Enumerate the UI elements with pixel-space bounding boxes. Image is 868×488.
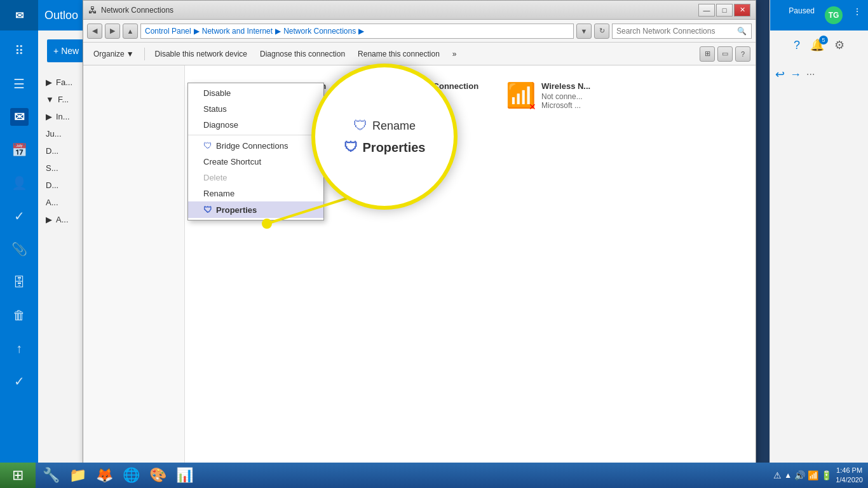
mag-rename-label: Rename [372, 119, 416, 133]
more-button[interactable]: » [447, 46, 462, 62]
more-actions-icon[interactable]: ··· [806, 69, 815, 80]
notification-badge: 5 [819, 36, 828, 44]
clock[interactable]: 1:46 PM 1/4/2020 [836, 466, 863, 485]
disable-button[interactable]: Disable this network device [150, 46, 252, 62]
maximize-button[interactable]: □ [716, 4, 733, 17]
diagnose-button[interactable]: Diagnose this connection [255, 46, 350, 62]
minimize-button[interactable]: — [698, 4, 715, 17]
avatar[interactable]: TG [825, 6, 843, 24]
paused-label: Paused [789, 6, 815, 24]
forward-button[interactable]: ▶ [105, 24, 120, 39]
ctx-bridge-label: Bridge Connections [216, 141, 288, 151]
back-arrow-icon[interactable]: ↩ [775, 67, 785, 81]
network-item-wn[interactable]: 📶 ✕ Wireless N... Not conne... Microsoft… [500, 76, 640, 125]
folder-label: Ju... [46, 129, 62, 139]
breadcrumb-nc[interactable]: Network Connections [283, 27, 356, 36]
search-box: 🔍 [612, 24, 752, 39]
ctx-bridge[interactable]: 🛡 Bridge Connections [188, 137, 323, 154]
dropdown-button[interactable]: ▼ [576, 24, 592, 39]
taskbar-item-app5[interactable]: 🎨 [145, 464, 170, 486]
magnifier-circle: 🛡 Rename 🛡 Properties [311, 64, 458, 210]
ctx-rename[interactable]: Rename [188, 186, 323, 201]
address-bar: ◀ ▶ ▲ Control Panel ▶ Network and Intern… [83, 20, 756, 43]
tray-arrow-icon[interactable]: ▲ [784, 471, 792, 480]
outlook-nav-icons: ⠿ ☰ ✉ 📅 👤 ✓ 📎 🗄 🗑 ↑ ✓ [4, 36, 34, 396]
title-bar-left: 🖧 Network Connections [88, 5, 173, 15]
ctx-disable[interactable]: Disable [188, 85, 323, 101]
settings-icon[interactable]: ⚙ [834, 38, 844, 52]
breadcrumb-ni[interactable]: Network and Internet [202, 27, 273, 36]
search-icon: 🔍 [737, 27, 747, 36]
ctx-separator [188, 135, 323, 135]
ctx-delete-label: Delete [203, 173, 227, 182]
organize-button[interactable]: Organize ▼ [88, 46, 139, 62]
outlook-app-icon[interactable]: ✉ [4, 102, 34, 132]
folder-label: In... [56, 112, 70, 121]
toolbar-separator-1 [144, 48, 145, 60]
mag-properties: 🛡 Properties [344, 139, 426, 156]
search-input[interactable] [616, 27, 737, 36]
refresh-button[interactable]: ↻ [594, 24, 609, 39]
taskbar-icon-4: 🌐 [123, 467, 140, 484]
outlook-logo[interactable]: ✉ [0, 0, 38, 30]
clock-time: 1:46 PM [836, 466, 863, 475]
forward-arrow-icon[interactable]: → [790, 68, 801, 81]
context-menu: Disable Status Diagnose 🛡 Bridge Connect… [187, 83, 324, 220]
outlook-grid-icon[interactable]: ⠿ [4, 36, 34, 66]
ctx-status-label: Status [203, 104, 227, 114]
tray-network-icon[interactable]: 📶 [808, 470, 818, 480]
back-button[interactable]: ◀ [87, 24, 102, 39]
chevron-right-icon: ▶ [46, 78, 52, 87]
taskbar-item-app3[interactable]: 🦊 [92, 464, 117, 486]
taskbar-item-app2[interactable]: 📁 [65, 464, 90, 486]
preview-pane-button[interactable]: ▭ [717, 46, 733, 62]
new-icon: + [53, 46, 58, 56]
mag-shield-rename: 🛡 [353, 118, 367, 134]
outlook-menu-icon[interactable]: ☰ [4, 69, 34, 99]
ctx-diagnose-label: Diagnose [203, 120, 238, 130]
tasks-icon[interactable]: ✓ [4, 201, 34, 231]
ctx-status[interactable]: Status [188, 101, 323, 117]
breadcrumb-sep3: ▶ [358, 27, 364, 36]
view-options-button[interactable]: ⊞ [700, 46, 715, 62]
calendar-icon[interactable]: 📅 [4, 135, 34, 165]
explorer-window: 🖧 Network Connections — □ ✕ ◀ ▶ ▲ Contro… [83, 0, 756, 464]
breadcrumb-cp[interactable]: Control Panel [145, 27, 191, 36]
chevron-right-icon: ▶ [46, 112, 52, 121]
help-button[interactable]: ? [735, 46, 750, 62]
delete-icon[interactable]: 🗑 [4, 300, 34, 330]
toolbar-right: ⊞ ▭ ? [700, 46, 750, 62]
taskbar-item-app1[interactable]: 🔧 [38, 464, 64, 486]
title-bar: 🖧 Network Connections — □ ✕ [83, 1, 756, 20]
folder-label: Fa... [56, 78, 72, 87]
tray-alert-icon[interactable]: ⚠ [773, 470, 782, 480]
right-nav-arrows: ↩ → ··· [770, 60, 868, 89]
contacts-icon[interactable]: 👤 [4, 168, 34, 198]
taskbar-item-app4[interactable]: 🌐 [118, 464, 144, 486]
taskbar-items: 🔧 📁 🦊 🌐 🎨 📊 [36, 464, 768, 486]
taskbar-item-app6[interactable]: 📊 [172, 464, 197, 486]
help-icon[interactable]: ? [794, 39, 800, 52]
start-button[interactable]: ⊞ [0, 463, 36, 488]
send-icon[interactable]: ↑ [4, 333, 34, 363]
ctx-properties[interactable]: 🛡 Properties [188, 201, 323, 218]
taskbar-icon-5: 🎨 [149, 467, 166, 484]
more-icon[interactable]: ⋮ [853, 6, 862, 24]
notes-icon[interactable]: 📎 [4, 234, 34, 264]
ctx-shortcut[interactable]: Create Shortcut [188, 154, 323, 170]
ctx-diagnose[interactable]: Diagnose [188, 117, 323, 133]
archive-icon[interactable]: 🗄 [4, 267, 34, 297]
taskbar-icon-3: 🦊 [96, 467, 113, 484]
folder-label: A... [56, 215, 69, 224]
tray-battery-icon[interactable]: 🔋 [821, 470, 832, 480]
notifications-icon[interactable]: 🔔 5 [810, 38, 824, 52]
check-icon[interactable]: ✓ [4, 366, 34, 396]
taskbar-icon-2: 📁 [69, 467, 86, 484]
up-button[interactable]: ▲ [123, 24, 138, 39]
close-button[interactable]: ✕ [734, 4, 750, 17]
tray-volume-icon[interactable]: 🔊 [794, 470, 805, 480]
shield-icon-props: 🛡 [203, 205, 212, 215]
outlook-title: Outloo [44, 9, 78, 22]
rename-button[interactable]: Rename this connection [353, 46, 445, 62]
taskbar: ⊞ 🔧 📁 🦊 🌐 🎨 📊 ⚠ ▲ 🔊 📶 🔋 1:46 PM [0, 463, 868, 488]
